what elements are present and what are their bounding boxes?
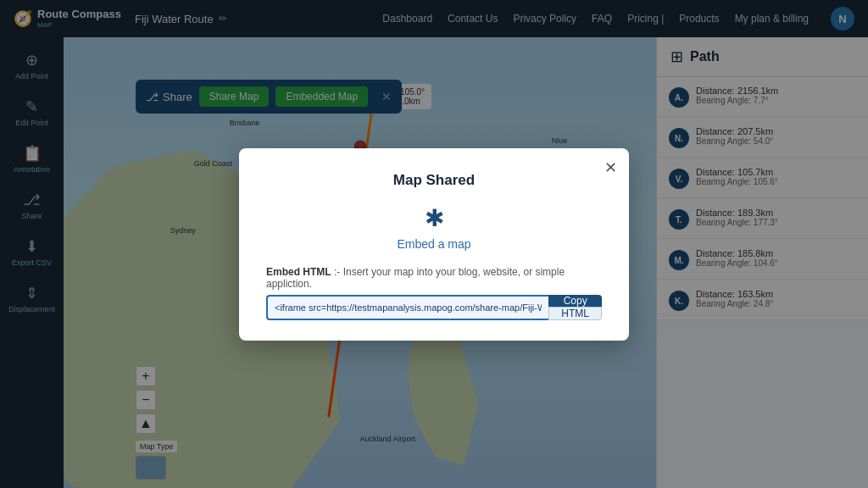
html-button[interactable]: HTML <box>548 307 602 320</box>
modal-dialog: ✕ Map Shared ✱ Embed a map Embed HTML :-… <box>239 148 629 341</box>
embed-input-row: Copy HTML <box>266 295 602 320</box>
embed-label: Embed HTML :- Insert your map into your … <box>266 266 602 290</box>
copy-btn-group: Copy HTML <box>548 295 602 320</box>
modal-overlay[interactable]: ✕ Map Shared ✱ Embed a map Embed HTML :-… <box>0 0 868 488</box>
copy-button[interactable]: Copy <box>548 295 602 307</box>
modal-close-button[interactable]: ✕ <box>604 158 617 177</box>
modal-subtitle: Embed a map <box>266 237 602 251</box>
modal-puzzle-icon: ✱ <box>266 204 602 232</box>
embed-label-strong: Embed HTML <box>266 266 331 278</box>
modal-title: Map Shared <box>266 172 602 189</box>
embed-input[interactable] <box>266 295 548 320</box>
